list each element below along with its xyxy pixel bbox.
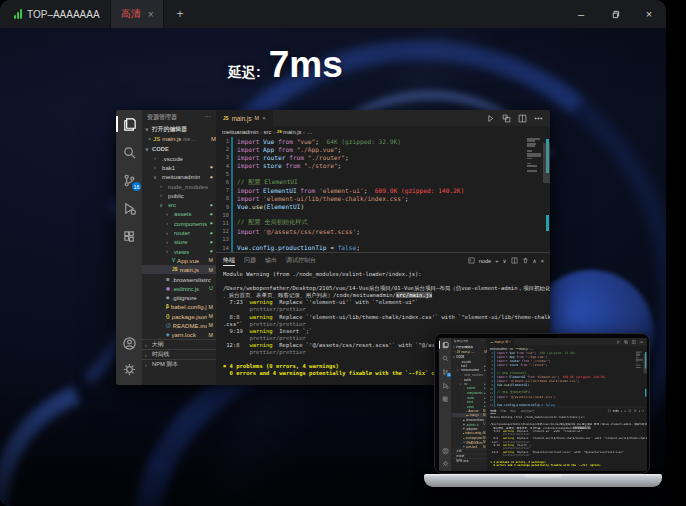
breadcrumb[interactable]: meituanadmin › src › JS main.js › … (216, 126, 550, 137)
settings-gear-icon[interactable] (121, 361, 137, 377)
tree-item[interactable]: ⓘ README.md M (142, 321, 216, 330)
tree-item[interactable]: › assets ● (142, 209, 216, 218)
panel-tab[interactable]: 问题 (244, 256, 256, 266)
tree-item[interactable]: › .vscode (142, 154, 216, 163)
open-changes-icon[interactable] (624, 340, 628, 344)
tree-item[interactable]: › bak1 ● (142, 163, 216, 172)
more-actions-icon[interactable] (639, 340, 643, 344)
git-status-badge: M (483, 445, 485, 448)
tree-item[interactable]: ∨ meituanadmin ● (142, 172, 216, 181)
extensions-icon[interactable] (121, 228, 137, 244)
sidebar-section-header[interactable]: › NPM 脚本 (142, 359, 216, 369)
close-icon[interactable]: × (454, 350, 456, 353)
kill-terminal-icon[interactable] (633, 409, 636, 412)
account-icon[interactable] (441, 447, 449, 455)
new-tab-button[interactable]: + (164, 0, 195, 28)
tree-item[interactable]: › views ● (142, 246, 216, 255)
panel-tab[interactable]: 输出 (265, 256, 277, 266)
close-icon[interactable]: × (262, 115, 266, 121)
close-button[interactable]: × (632, 0, 666, 28)
maximize-panel-icon[interactable]: ∧ (533, 258, 537, 264)
tree-item[interactable]: ◈ yarn.lock M (142, 330, 216, 339)
minimize-button[interactable]: – (564, 0, 598, 28)
tree-item[interactable]: ◆ .gitignore (142, 293, 216, 302)
quality-tab[interactable]: 高清 × (110, 0, 165, 28)
tree-item[interactable]: ≣ .browserslistrc (142, 274, 216, 283)
split-editor-icon[interactable] (632, 340, 636, 344)
session-tab[interactable]: TOP–AAAAAAA (0, 0, 110, 28)
panel-tab[interactable]: 终端 (490, 408, 496, 413)
close-panel-icon[interactable]: × (541, 258, 544, 264)
settings-gear-icon[interactable] (441, 459, 449, 467)
search-icon[interactable] (121, 144, 137, 160)
explorer-icon[interactable] (121, 116, 137, 132)
run-icon[interactable] (486, 114, 495, 123)
panel-tab[interactable]: 问题 (500, 408, 506, 413)
extensions-icon[interactable] (441, 395, 449, 403)
git-status-badge: ● (484, 400, 486, 403)
shell-name[interactable]: node (479, 258, 491, 264)
scrollbar-slider[interactable] (543, 143, 550, 183)
quality-tab-close-icon[interactable]: × (148, 9, 154, 20)
panel-tab[interactable]: 调试控制台 (286, 256, 316, 266)
explorer-icon[interactable] (441, 341, 449, 349)
terminal-output[interactable]: Module Warning (from ./node_modules/esli… (487, 414, 647, 467)
workspace-root-header[interactable]: ∨ CODE (142, 144, 216, 154)
panel-tab[interactable]: 终端 (223, 256, 235, 266)
tree-item[interactable]: ∨ src ● (142, 200, 216, 209)
kill-terminal-icon[interactable] (522, 257, 529, 264)
overview-ruler[interactable] (644, 351, 647, 407)
tree-item[interactable]: › router ● (142, 228, 216, 237)
chevron-down-icon[interactable]: ∨ (503, 258, 507, 264)
panel-tab[interactable]: 调试控制台 (520, 408, 534, 413)
search-icon[interactable] (441, 354, 449, 362)
git-status-badge: M (483, 414, 485, 417)
open-editor-item[interactable]: × JS main.js me… M (142, 134, 216, 144)
close-panel-icon[interactable]: × (642, 409, 644, 412)
run-icon[interactable] (616, 340, 620, 344)
sidebar-section-header[interactable]: › 时间线 (142, 349, 216, 359)
run-debug-icon[interactable] (121, 200, 137, 216)
tree-item[interactable]: V App.vue M (142, 256, 216, 265)
sidebar-section-header[interactable]: › 大纲 (142, 339, 216, 349)
close-icon[interactable]: × (509, 340, 511, 343)
split-editor-icon[interactable] (518, 114, 527, 123)
tree-item[interactable]: β babel.config.js M (142, 302, 216, 311)
run-debug-icon[interactable] (441, 382, 449, 390)
more-actions-icon[interactable] (534, 114, 543, 123)
maximize-panel-icon[interactable]: ∧ (639, 409, 641, 412)
open-editors-header[interactable]: ∨ 打开的编辑器 (142, 124, 216, 134)
code-editor[interactable]: 1 import Vue from "vue"; 64K (gzipped: 3… (216, 137, 550, 252)
tree-item[interactable]: ◉ .eslintrc.js U (142, 284, 216, 293)
tree-chevron-icon: › (462, 405, 465, 408)
tree-item[interactable]: › node_modules (142, 181, 216, 190)
minimap[interactable] (527, 138, 543, 173)
split-terminal-icon[interactable] (511, 257, 518, 264)
editor-tab-mainjs[interactable]: JS main.js M × (487, 338, 514, 346)
tree-item[interactable]: › store ● (142, 237, 216, 246)
new-terminal-icon[interactable]: + (495, 258, 498, 264)
tree-item[interactable]: › public (142, 191, 216, 200)
minimap[interactable] (636, 352, 644, 369)
sidebar-more-icon[interactable]: ⋯ (481, 339, 484, 343)
panel-tab[interactable]: 输出 (510, 408, 516, 413)
restore-button[interactable] (598, 0, 632, 28)
tree-item[interactable]: JS main.js M (142, 265, 216, 274)
tree-item[interactable]: › components ● (142, 219, 216, 228)
source-control-icon[interactable]: 16 (441, 368, 449, 376)
shell-name[interactable]: node (613, 409, 619, 412)
open-changes-icon[interactable] (502, 114, 511, 123)
sidebar-section-header[interactable]: › NPM 脚本 (451, 459, 486, 464)
account-icon[interactable] (121, 335, 137, 351)
split-terminal-icon[interactable] (628, 409, 631, 412)
chevron-down-icon[interactable]: ∨ (624, 409, 626, 412)
close-icon[interactable]: × (148, 136, 151, 142)
editor-tab-mainjs[interactable]: JS main.js M × (216, 110, 273, 126)
tree-item[interactable]: {} package.json M (142, 312, 216, 321)
code-editor[interactable]: 1 import Vue from "vue"; 64K (gzipped: 3… (487, 351, 647, 407)
new-terminal-icon[interactable]: + (621, 409, 623, 412)
overview-ruler[interactable] (543, 137, 550, 252)
sidebar-more-icon[interactable]: ⋯ (204, 113, 211, 121)
scrollbar-slider[interactable] (644, 354, 647, 373)
source-control-icon[interactable]: 16 (121, 172, 137, 188)
